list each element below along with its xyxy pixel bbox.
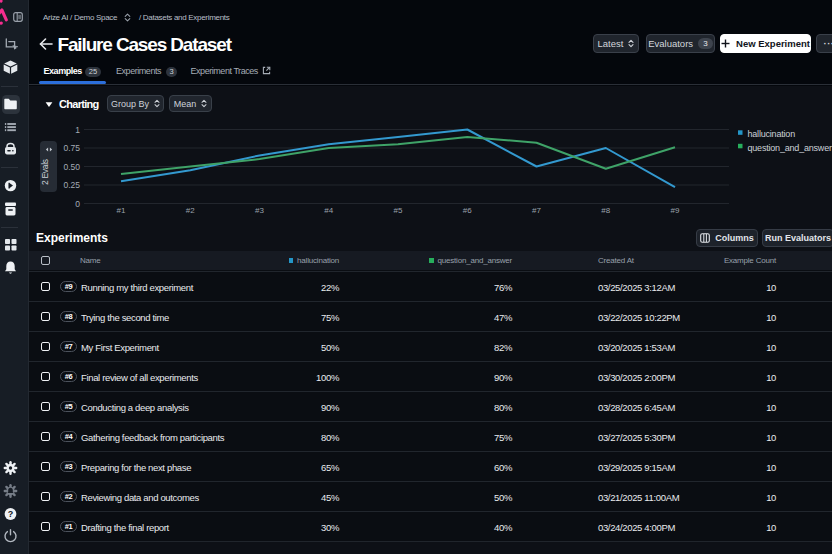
svg-text:0: 0 [75,199,80,209]
svg-text:?: ? [7,509,13,519]
svg-text:1: 1 [75,125,80,135]
svg-text:#3: #3 [255,206,264,215]
svg-text:#8: #8 [601,206,610,215]
svg-text:#4: #4 [324,206,333,215]
svg-text:#5: #5 [394,206,403,215]
svg-text:hallucination: hallucination [748,129,796,139]
svg-text:#9: #9 [671,206,680,215]
svg-text:#7: #7 [532,206,541,215]
svg-text:0.75: 0.75 [63,143,80,153]
svg-text:#6: #6 [463,206,472,215]
svg-text:#1: #1 [117,206,126,215]
svg-text:#2: #2 [186,206,195,215]
svg-text:0.50: 0.50 [63,162,80,172]
svg-text:question_and_answer: question_and_answer [748,143,832,153]
svg-text:0.25: 0.25 [63,180,80,190]
